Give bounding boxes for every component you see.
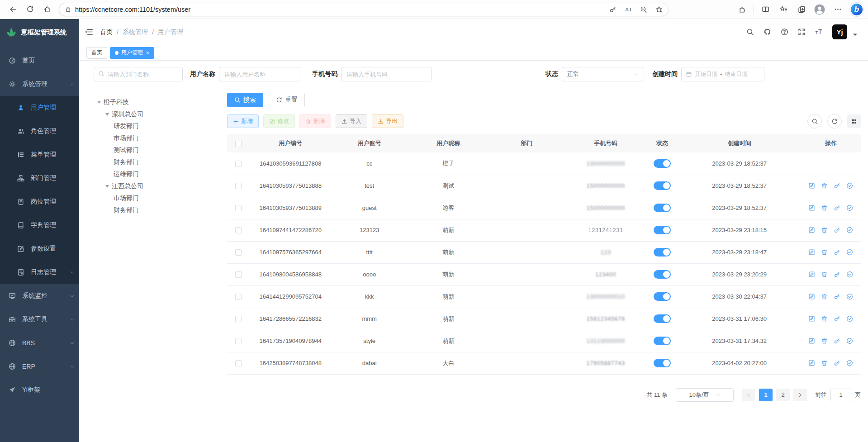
delete-button[interactable]: 删除 bbox=[299, 114, 331, 128]
user-menu-caret-icon[interactable] bbox=[851, 31, 859, 38]
phone-input[interactable] bbox=[341, 67, 432, 81]
row-assign-role-button[interactable] bbox=[846, 182, 853, 189]
row-delete-button[interactable] bbox=[821, 293, 828, 300]
status-toggle[interactable] bbox=[654, 204, 671, 212]
status-toggle[interactable] bbox=[654, 359, 671, 367]
row-delete-button[interactable] bbox=[821, 360, 828, 366]
export-button[interactable]: 导出 bbox=[372, 114, 403, 128]
row-assign-role-button[interactable] bbox=[846, 337, 853, 344]
row-checkbox[interactable] bbox=[235, 183, 242, 189]
status-toggle[interactable] bbox=[654, 292, 671, 301]
sidebar-item-post[interactable]: 岗位管理 bbox=[0, 190, 79, 214]
status-toggle[interactable] bbox=[654, 314, 671, 323]
next-page-button[interactable] bbox=[793, 389, 807, 401]
import-button[interactable]: 导入 bbox=[336, 114, 367, 128]
row-checkbox[interactable] bbox=[235, 294, 242, 300]
status-toggle[interactable] bbox=[654, 159, 671, 168]
github-icon[interactable] bbox=[764, 28, 771, 36]
row-checkbox[interactable] bbox=[235, 205, 242, 211]
row-checkbox[interactable] bbox=[235, 249, 242, 256]
username-input[interactable] bbox=[219, 67, 300, 81]
status-toggle[interactable] bbox=[654, 226, 671, 234]
row-assign-role-button[interactable] bbox=[846, 315, 853, 322]
sidebar-item-system[interactable]: 系统管理 bbox=[0, 72, 79, 96]
dept-search-input[interactable] bbox=[94, 67, 183, 81]
row-delete-button[interactable] bbox=[821, 227, 828, 233]
row-reset-password-button[interactable] bbox=[834, 227, 840, 233]
date-range-picker[interactable]: 开始日期 - 结束日期 bbox=[681, 67, 764, 81]
extensions-button[interactable] bbox=[735, 2, 750, 17]
row-edit-button[interactable] bbox=[808, 271, 815, 278]
row-reset-password-button[interactable] bbox=[834, 204, 840, 211]
row-delete-button[interactable] bbox=[821, 204, 828, 211]
add-button[interactable]: 新增 bbox=[227, 114, 259, 128]
row-edit-button[interactable] bbox=[808, 249, 815, 256]
edit-button[interactable]: 修改 bbox=[263, 114, 295, 128]
table-refresh-button[interactable] bbox=[827, 114, 842, 128]
avatar[interactable]: Yj bbox=[832, 24, 847, 39]
tree-node[interactable]: 测试部门 bbox=[97, 144, 223, 157]
tab-home[interactable]: 首页 bbox=[86, 47, 107, 59]
status-toggle[interactable] bbox=[654, 337, 671, 345]
collapse-sidebar-icon[interactable] bbox=[85, 28, 93, 36]
row-edit-button[interactable] bbox=[808, 182, 815, 189]
sidebar-item-yi[interactable]: Yi框架 bbox=[0, 378, 79, 402]
row-assign-role-button[interactable] bbox=[846, 249, 853, 256]
search-icon[interactable] bbox=[746, 28, 754, 36]
split-screen-button[interactable] bbox=[758, 2, 773, 17]
row-delete-button[interactable] bbox=[821, 315, 828, 322]
tree-node[interactable]: 财务部门 bbox=[97, 204, 223, 217]
sidebar-item-dept[interactable]: 部门管理 bbox=[0, 166, 79, 190]
sidebar-item-log[interactable]: 日志管理 bbox=[0, 261, 79, 284]
fullscreen-icon[interactable] bbox=[798, 28, 806, 36]
sidebar-item-monitor[interactable]: 系统监控 bbox=[0, 284, 79, 308]
row-reset-password-button[interactable] bbox=[834, 293, 840, 300]
tree-node[interactable]: 深圳总公司 bbox=[97, 109, 223, 121]
row-checkbox[interactable] bbox=[235, 338, 242, 344]
tab-close-icon[interactable]: × bbox=[146, 50, 149, 56]
tree-node[interactable]: 研发部门 bbox=[97, 120, 223, 133]
help-icon[interactable] bbox=[781, 28, 788, 36]
tree-node[interactable]: 江西总公司 bbox=[97, 181, 223, 193]
row-assign-role-button[interactable] bbox=[846, 293, 853, 300]
row-reset-password-button[interactable] bbox=[834, 337, 840, 344]
status-toggle[interactable] bbox=[654, 181, 671, 190]
row-assign-role-button[interactable] bbox=[846, 271, 853, 278]
copilot-button[interactable]: b bbox=[850, 3, 863, 16]
row-edit-button[interactable] bbox=[808, 360, 815, 366]
row-edit-button[interactable] bbox=[808, 204, 815, 211]
browser-more-button[interactable] bbox=[830, 2, 845, 17]
breadcrumb-item[interactable]: 首页 bbox=[100, 28, 113, 36]
row-checkbox[interactable] bbox=[235, 316, 242, 322]
sidebar-item-user[interactable]: 用户管理 bbox=[0, 96, 79, 119]
browser-profile-button[interactable] bbox=[812, 2, 827, 17]
select-all-checkbox[interactable] bbox=[235, 141, 242, 147]
column-settings-button[interactable] bbox=[847, 114, 861, 128]
search-button[interactable]: 搜索 bbox=[227, 93, 263, 107]
reset-button[interactable]: 重置 bbox=[269, 93, 305, 107]
row-reset-password-button[interactable] bbox=[834, 315, 840, 322]
row-delete-button[interactable] bbox=[821, 271, 828, 278]
status-toggle[interactable] bbox=[654, 270, 671, 279]
tree-expand-caret-icon[interactable] bbox=[97, 101, 101, 104]
collections-button[interactable] bbox=[794, 2, 809, 17]
sidebar-item-home[interactable]: 首页 bbox=[0, 49, 79, 72]
row-assign-role-button[interactable] bbox=[846, 204, 853, 211]
prev-page-button[interactable] bbox=[742, 389, 755, 401]
favorite-add-icon[interactable] bbox=[655, 6, 663, 13]
tree-expand-caret-icon[interactable] bbox=[105, 113, 109, 116]
status-select[interactable]: 正常 bbox=[562, 67, 644, 81]
row-edit-button[interactable] bbox=[808, 293, 815, 300]
favorites-button[interactable] bbox=[776, 2, 791, 17]
row-delete-button[interactable] bbox=[821, 249, 828, 256]
tree-expand-caret-icon[interactable] bbox=[105, 185, 109, 188]
password-key-icon[interactable] bbox=[609, 6, 617, 13]
status-toggle[interactable] bbox=[654, 248, 671, 257]
tree-node[interactable]: 运维部门 bbox=[97, 168, 223, 181]
address-bar[interactable]: https://ccnetcore.com:1101/system/user A bbox=[59, 3, 669, 16]
jump-page-input[interactable]: 1 bbox=[830, 389, 851, 401]
row-edit-button[interactable] bbox=[808, 227, 815, 233]
row-checkbox[interactable] bbox=[235, 227, 242, 233]
row-reset-password-button[interactable] bbox=[834, 271, 840, 278]
tree-node[interactable]: 市场部门 bbox=[97, 192, 223, 204]
